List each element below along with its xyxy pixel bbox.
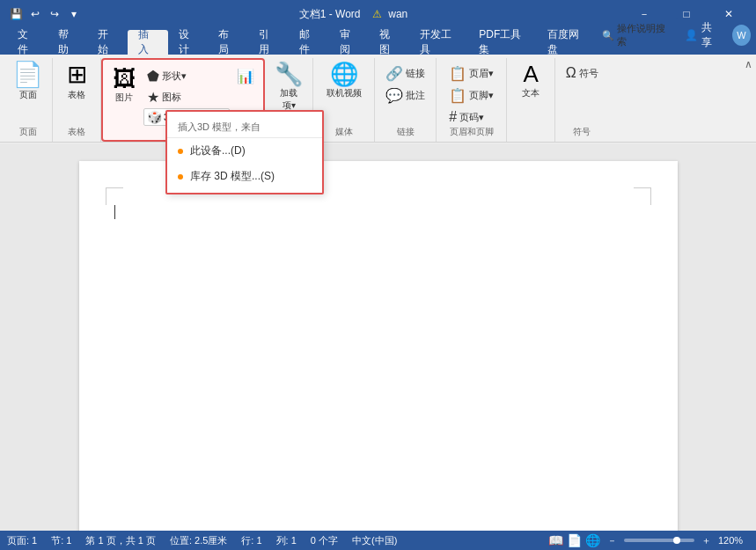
icons-icon: ★	[147, 89, 159, 106]
addins-icon: 🔧	[275, 62, 303, 85]
comment-icon: 💬	[385, 87, 403, 104]
tab-file[interactable]: 文件	[7, 30, 48, 55]
tab-references[interactable]: 引用	[248, 30, 289, 55]
device-label: 此设备...(D)	[190, 143, 246, 158]
tab-insert[interactable]: 插入	[128, 30, 168, 55]
ribbon-content: 📄 页面 页面 ⊞ 表格 表格 🖼 图片 ⬟ 形状▾	[0, 55, 756, 143]
tab-pdf[interactable]: PDF工具集	[468, 30, 537, 55]
tab-developer[interactable]: 开发工具	[409, 30, 468, 55]
symbols-group-label: 符号	[555, 126, 608, 138]
pages-icon: 📄	[12, 62, 43, 87]
document-page	[79, 161, 678, 531]
zoom-minus-button[interactable]: －	[607, 534, 617, 547]
text-cursor	[114, 205, 115, 219]
redo-qa-button[interactable]: ↪	[46, 5, 63, 23]
tables-icon: ⊞	[67, 62, 87, 87]
ribbon-group-symbols: Ω 符号 符号	[555, 58, 608, 142]
pages-group-label: 页面	[4, 126, 52, 138]
tab-design[interactable]: 设计	[168, 30, 209, 55]
library-dot-icon	[178, 174, 183, 180]
image-icon: 🖼	[113, 67, 136, 90]
tab-home[interactable]: 开始	[87, 30, 128, 55]
addins-button[interactable]: 🔧 加载项▾	[271, 60, 306, 114]
tables-button[interactable]: ⊞ 表格	[59, 60, 94, 104]
view-read-icon[interactable]: 📖	[548, 533, 563, 547]
view-print-icon[interactable]: 📄	[567, 533, 582, 547]
zoom-plus-button[interactable]: ＋	[701, 534, 711, 547]
operation-hint-label: 操作说明搜索	[617, 22, 666, 48]
text-icon: A	[523, 62, 538, 85]
footer-icon: 📋	[449, 87, 466, 104]
footer-button[interactable]: 📋 页脚▾	[445, 85, 497, 106]
online-video-button[interactable]: 🌐 联机视频	[323, 60, 365, 102]
view-icons: 📖 📄 🌐	[548, 533, 600, 547]
save-qa-button[interactable]: 💾	[7, 5, 25, 23]
link-button[interactable]: 🔗 链接	[382, 63, 429, 84]
device-dot-icon	[178, 149, 183, 154]
ribbon-group-headerfooter: 📋 页眉▾ 📋 页脚▾ # 页码▾ 页眉和页脚	[437, 58, 507, 142]
margin-corner-tl-h	[106, 187, 123, 188]
footer-label: 页脚▾	[469, 89, 494, 102]
shapes-button[interactable]: ⬟ 形状▾	[143, 66, 230, 86]
zoom-level[interactable]: 120%	[718, 535, 749, 546]
search-icon: 🔍	[602, 30, 614, 41]
dropdown-item-device[interactable]: 此设备...(D)	[167, 138, 322, 164]
comment-button[interactable]: 💬 批注	[382, 85, 429, 106]
document-area[interactable]	[0, 143, 756, 531]
dropdown-item-library[interactable]: 库存 3D 模型...(S)	[167, 164, 322, 189]
model3d-dropdown: 插入3D 模型，来自 此设备...(D) 库存 3D 模型...(S)	[165, 110, 324, 194]
symbol-label: 符号	[579, 67, 598, 80]
zoom-slider[interactable]	[624, 539, 694, 542]
header-label: 页眉▾	[469, 67, 494, 80]
symbol-button[interactable]: Ω 符号	[562, 63, 602, 83]
tab-layout[interactable]: 布局	[208, 30, 248, 55]
library-label: 库存 3D 模型...(S)	[190, 169, 275, 184]
symbol-icon: Ω	[566, 65, 576, 81]
title-bar-left: 💾 ↩ ↪ ▾	[7, 5, 83, 23]
link-icon: 🔗	[385, 65, 403, 82]
user-avatar[interactable]: W	[732, 25, 751, 46]
chart-icon: 📊	[237, 68, 254, 84]
header-button[interactable]: 📋 页眉▾	[445, 63, 497, 84]
header-icon: 📋	[449, 65, 466, 82]
status-bar-left: 页面: 1 节: 1 第 1 页，共 1 页 位置: 2.5厘米 行: 1 列:…	[7, 534, 397, 547]
tab-review[interactable]: 审阅	[329, 30, 370, 55]
links-group-label: 链接	[375, 126, 436, 138]
status-page: 页面: 1	[7, 534, 37, 547]
pagenum-label: 页码▾	[459, 111, 484, 124]
ribbon-group-tables: ⊞ 表格 表格	[53, 58, 101, 142]
icons-button[interactable]: ★ 图标	[143, 87, 230, 107]
tab-mail[interactable]: 邮件	[289, 30, 329, 55]
ribbon-group-links: 🔗 链接 💬 批注 链接	[375, 58, 437, 142]
ribbon-collapse-button[interactable]: ∧	[745, 58, 752, 70]
chart-button[interactable]: 📊	[233, 66, 258, 86]
status-col: 列: 1	[276, 534, 297, 547]
dropdown-header: 插入3D 模型，来自	[167, 115, 322, 138]
pagenum-button[interactable]: # 页码▾	[445, 107, 497, 127]
status-language: 中文(中国)	[352, 534, 397, 547]
status-section: 节: 1	[51, 534, 71, 547]
comment-label: 批注	[406, 89, 425, 102]
shapes-label: 形状▾	[162, 70, 187, 83]
headerfooter-group-label: 页眉和页脚	[437, 126, 506, 138]
text-label: 文本	[522, 87, 539, 99]
status-page-count: 第 1 页，共 1 页	[85, 534, 155, 547]
text-button[interactable]: A 文本	[513, 60, 548, 102]
addins-label: 加载项▾	[280, 87, 297, 112]
tab-baidu[interactable]: 百度网盘	[537, 30, 596, 55]
operation-hint-button[interactable]: 🔍 操作说明搜索	[597, 20, 672, 50]
tab-help[interactable]: 帮助	[48, 30, 88, 55]
pages-button[interactable]: 📄 页面	[9, 60, 47, 104]
share-button[interactable]: 👤 共享	[676, 18, 727, 53]
more-qa-button[interactable]: ▾	[65, 5, 83, 23]
undo-qa-button[interactable]: ↩	[26, 5, 44, 23]
view-web-icon[interactable]: 🌐	[585, 533, 600, 547]
image-button[interactable]: 🖼 图片	[108, 64, 140, 106]
warning-icon: ⚠	[372, 8, 382, 20]
ribbon-group-pages: 📄 页面 页面	[4, 58, 53, 142]
username-text: wan	[388, 8, 407, 20]
share-icon: 👤	[685, 29, 698, 41]
status-charcount: 0 个字	[311, 534, 338, 547]
tab-view[interactable]: 视图	[369, 30, 409, 55]
image-label: 图片	[115, 92, 133, 104]
